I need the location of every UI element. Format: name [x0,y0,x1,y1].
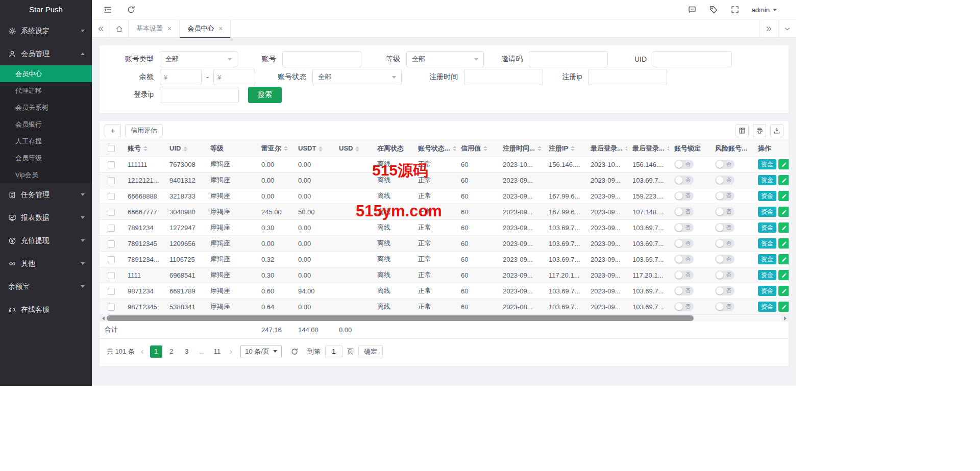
sidebar-subitem-5[interactable]: 会员等级 [0,150,92,166]
edit-button[interactable] [778,207,789,217]
login-ip-input[interactable] [160,87,239,103]
column-header-11[interactable]: 注册IP [544,140,585,157]
sidebar-item-3[interactable]: 报表数据 [0,206,92,229]
edit-button[interactable] [778,222,789,233]
edit-button[interactable] [778,175,789,185]
column-header-1[interactable]: 账号 [122,140,164,157]
risk-toggle[interactable]: 否 [715,302,734,311]
scrollbar-thumb[interactable] [107,315,694,321]
print-icon[interactable] [753,124,766,137]
column-header-9[interactable]: 信用值 [456,140,498,157]
risk-toggle[interactable]: 否 [715,207,734,216]
edit-button[interactable] [778,159,789,169]
risk-toggle[interactable]: 否 [715,270,734,280]
sort-icon[interactable] [355,146,359,152]
tabs-scroll-right-icon[interactable] [760,20,778,37]
register-time-input[interactable] [464,69,543,85]
column-header-10[interactable]: 注册时间... [498,140,544,157]
scroll-left-arrow[interactable] [100,315,107,321]
risk-toggle[interactable]: 否 [715,176,734,185]
fund-button[interactable]: 资金 [758,254,776,264]
sidebar-subitem-4[interactable]: 人工存提 [0,133,92,150]
sort-icon[interactable] [537,146,542,151]
risk-toggle[interactable]: 否 [715,191,734,201]
sidebar-subitem-0[interactable]: 会员中心 [0,65,92,82]
scroll-right-arrow[interactable] [781,315,789,321]
row-checkbox[interactable] [108,272,115,279]
fund-button[interactable]: 资金 [758,159,776,169]
account-input[interactable] [282,51,361,67]
column-header-8[interactable]: 账号状态... [413,140,456,157]
row-checkbox[interactable] [108,256,115,263]
horizontal-scrollbar[interactable] [100,315,789,321]
tag-icon[interactable] [709,5,718,14]
tab-1[interactable]: 会员中心× [180,20,231,37]
row-checkbox[interactable] [108,225,115,232]
risk-toggle[interactable]: 否 [715,255,734,264]
locked-toggle[interactable]: 否 [674,207,694,216]
account-type-select[interactable]: 全部 [160,51,237,67]
sort-icon[interactable] [571,146,575,151]
invite-code-input[interactable] [529,51,608,67]
locked-toggle[interactable]: 否 [674,302,694,311]
select-all-checkbox[interactable] [108,145,115,152]
level-select[interactable]: 全部 [406,51,484,67]
row-checkbox[interactable] [108,177,115,184]
fund-button[interactable]: 资金 [758,286,776,296]
tabs-menu-icon[interactable] [778,20,796,37]
goto-page-input[interactable] [325,345,342,358]
row-checkbox[interactable] [108,304,115,311]
edit-button[interactable] [778,270,789,280]
column-header-13[interactable]: 最后登录... [627,140,669,157]
column-header-4[interactable]: 雷亚尔 [256,140,293,157]
sidebar-item-1[interactable]: 会员管理 [0,42,92,65]
fund-button[interactable]: 资金 [758,222,776,233]
sidebar-item-6[interactable]: 余额宝 [0,275,92,298]
edit-button[interactable] [778,286,789,296]
fund-button[interactable]: 资金 [758,175,776,185]
sidebar-item-2[interactable]: 任务管理 [0,183,92,206]
user-menu[interactable]: admin [752,6,777,14]
locked-toggle[interactable]: 否 [674,160,694,169]
sidebar-item-7[interactable]: 在线客服 [0,298,92,321]
close-icon[interactable]: × [167,25,172,32]
sidebar-subitem-1[interactable]: 代理迁移 [0,82,92,99]
home-tab-icon[interactable] [110,20,129,37]
fund-button[interactable]: 资金 [758,302,776,312]
locked-toggle[interactable]: 否 [674,223,694,232]
fund-button[interactable]: 资金 [758,207,776,217]
row-checkbox[interactable] [108,240,115,247]
sidebar-item-4[interactable]: 充值提现 [0,229,92,252]
sort-icon[interactable] [667,146,669,151]
sidebar-subitem-6[interactable]: Vip会员 [0,166,92,183]
export-icon[interactable] [770,124,783,137]
locked-toggle[interactable]: 否 [674,270,694,280]
add-button[interactable]: + [105,124,121,137]
page-button-11[interactable]: 11 [211,345,224,358]
edit-button[interactable] [778,238,789,249]
column-header-6[interactable]: USD [334,140,372,157]
fund-button[interactable]: 资金 [758,238,776,249]
column-header-5[interactable]: USDT [293,140,334,157]
reload-icon[interactable] [290,348,299,356]
page-button-3[interactable]: 3 [181,345,193,358]
register-ip-input[interactable] [588,69,667,85]
column-header-2[interactable]: UID [164,140,205,157]
page-button-2[interactable]: 2 [165,345,178,358]
sort-icon[interactable] [284,146,288,151]
prev-page-icon[interactable]: ‹ [139,347,145,356]
row-checkbox[interactable] [108,209,115,216]
column-header-12[interactable]: 最后登录... [585,140,627,157]
sort-icon[interactable] [143,146,148,151]
locked-toggle[interactable]: 否 [674,255,694,264]
risk-toggle[interactable]: 否 [715,286,734,295]
collapse-sidebar-icon[interactable] [103,5,112,14]
sidebar-subitem-2[interactable]: 会员关系树 [0,99,92,116]
locked-toggle[interactable]: 否 [674,191,694,201]
locked-toggle[interactable]: 否 [674,286,694,295]
tab-0[interactable]: 基本设置× [129,20,180,37]
sidebar-item-0[interactable]: 系统设定 [0,19,92,42]
locked-toggle[interactable]: 否 [674,239,694,248]
risk-toggle[interactable]: 否 [715,239,734,248]
account-status-select[interactable]: 全部 [312,69,402,85]
